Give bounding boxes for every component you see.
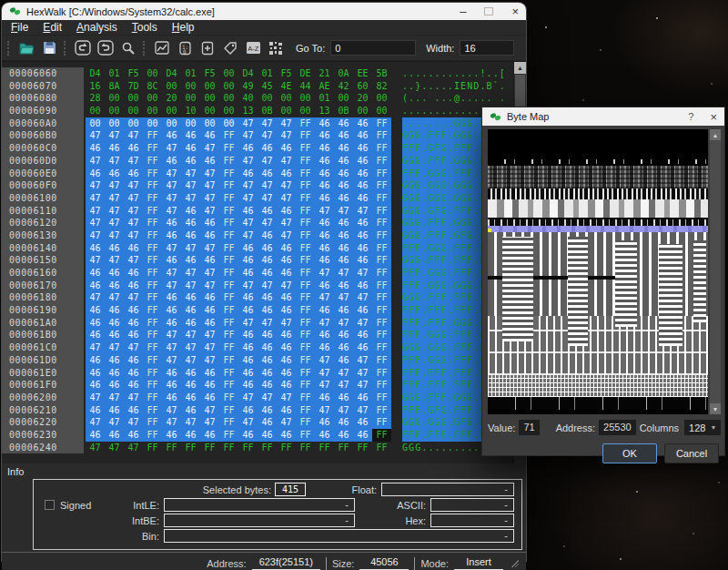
hex-row[interactable]: 000061C0474747FF474747FF464646FF464646FF… xyxy=(2,341,526,354)
dialog-close-button[interactable]: × xyxy=(710,110,717,124)
width-input[interactable] xyxy=(460,40,514,56)
bin-field: - xyxy=(164,529,514,543)
address-label: Address: xyxy=(556,422,595,433)
hex-row[interactable]: 000060A00000000000000000474747FF464646FF… xyxy=(2,117,526,130)
hex-row[interactable]: 0000608028000000200000004000000001002000… xyxy=(2,92,526,105)
info-panel: Info Selected bytes: 415 Float: - Signed… xyxy=(2,466,526,552)
hex-row[interactable]: 00006150474747FF464646FF464646FF464646FF… xyxy=(2,254,526,267)
goto-input[interactable] xyxy=(330,40,416,56)
hex-row[interactable]: 000060900000000000100000130B0000130B0000… xyxy=(2,105,526,117)
hex-row[interactable]: 00006120474747FF464646FF474747FF464646FF… xyxy=(2,217,526,229)
search-icon[interactable] xyxy=(118,39,138,57)
menu-file[interactable]: File xyxy=(4,20,35,35)
status-address-value: 623f(25151) xyxy=(252,556,320,570)
byte-map-pattern xyxy=(693,240,706,322)
ascii-label: ASCII: xyxy=(375,500,426,511)
ok-button[interactable]: OK xyxy=(602,443,657,463)
intbe-field: - xyxy=(164,514,355,527)
hex-row[interactable]: 00006230464646FF464646FF464646FF464646FF… xyxy=(2,429,526,442)
hex-row[interactable]: 000060E0464646FF474747FF464646FF464646FF… xyxy=(2,168,526,180)
resize-grip[interactable] xyxy=(511,559,519,567)
binary-view-icon[interactable]: 1:0 xyxy=(175,39,195,57)
open-file-icon[interactable] xyxy=(16,39,36,57)
redo-icon[interactable] xyxy=(96,39,116,57)
hex-row[interactable]: 00006200474747FF464646FF474747FF464646FF… xyxy=(2,392,526,404)
hex-row[interactable]: 000061D0464646FF474747FF464646FF474647FF… xyxy=(2,354,526,367)
hex-row[interactable]: 000060C0464646FF474647FF464646FF464646FF… xyxy=(2,142,526,155)
window-title: HexWalk [C:/Windows/System32/calc.exe] xyxy=(26,6,460,17)
hex-row[interactable]: 00006130474747FF464646FF474647FF464646FF… xyxy=(2,229,526,242)
byte-map-icon[interactable] xyxy=(266,39,286,57)
byte-map-pattern xyxy=(488,188,708,199)
status-separator xyxy=(414,557,415,570)
dialog-title-bar[interactable]: Byte Map ? × xyxy=(482,107,724,126)
status-size-value: 45056 xyxy=(359,556,409,570)
title-bar[interactable]: HexWalk [C:/Windows/System32/calc.exe] –… xyxy=(2,3,526,20)
goto-label: Go To: xyxy=(296,43,325,54)
byte-map-dialog: Byte Map ? × xyxy=(482,107,724,455)
hex-row[interactable]: 00006140464646FF474747FF464646FF464646FF… xyxy=(2,242,526,255)
byte-map-scrollbar[interactable]: ▲ ▼ xyxy=(710,129,721,414)
hexwalk-window: HexWalk [C:/Windows/System32/calc.exe] –… xyxy=(2,3,526,561)
hex-row[interactable]: 00006160464646FF474747FF464646FF474747FF… xyxy=(2,267,526,280)
undo-icon[interactable] xyxy=(73,39,93,57)
hex-row[interactable]: 00006210464646FF474647FF464646FF474747FF… xyxy=(2,404,526,417)
menu-tools[interactable]: Tools xyxy=(125,20,165,35)
dialog-help-button[interactable]: ? xyxy=(688,111,693,122)
value-label: Value: xyxy=(488,422,515,433)
byte-map-pattern xyxy=(488,166,708,188)
menu-analysis[interactable]: Analysis xyxy=(69,20,125,35)
strings-icon[interactable]: A-Z xyxy=(243,39,263,57)
ascii-field: - xyxy=(430,498,514,512)
intle-label: IntLE: xyxy=(123,500,159,511)
hex-row[interactable]: 000061B0464646FF474747FF464646FF464646FF… xyxy=(2,329,526,341)
hex-row[interactable]: 00006100474747FF474747FF474747FF464646FF… xyxy=(2,192,526,205)
float-label: Float: xyxy=(326,484,377,495)
hex-row[interactable]: 000061F0464646FF464646FF464646FF474747FF… xyxy=(2,379,526,392)
menu-edit[interactable]: Edit xyxy=(35,20,69,35)
status-mode-label: Mode: xyxy=(420,558,449,569)
hex-row[interactable]: 00006180474747FF464646FF464646FF474747FF… xyxy=(2,291,526,304)
tag-icon[interactable] xyxy=(220,39,240,57)
menu-help[interactable]: Help xyxy=(165,20,202,35)
hex-row[interactable]: 00006240474747FFFFFFFFFFFFFFFFFFFFFFFFFF… xyxy=(2,442,526,454)
status-mode-value: Insert xyxy=(454,556,503,570)
cancel-button[interactable]: Cancel xyxy=(664,443,719,463)
hex-field: - xyxy=(430,514,514,527)
columns-dropdown[interactable]: 128 ▼ xyxy=(684,420,721,435)
scroll-down-icon[interactable]: ▼ xyxy=(710,403,721,414)
chevron-down-icon: ▼ xyxy=(710,424,716,431)
toolbar-separator xyxy=(7,41,12,56)
toolbar-separator xyxy=(143,41,147,56)
chart-icon[interactable] xyxy=(152,39,172,57)
value-field: 71 xyxy=(519,420,539,435)
intbe-label: IntBE: xyxy=(123,515,159,526)
scroll-up-icon[interactable]: ▲ xyxy=(514,62,526,74)
svg-text:0: 0 xyxy=(183,47,187,54)
hex-row[interactable]: 000060D0474747FF464646FF474747FF464646FF… xyxy=(2,155,526,168)
scroll-up-icon[interactable]: ▲ xyxy=(710,129,721,140)
status-size-label: Size: xyxy=(332,558,354,569)
hex-row[interactable]: 00006220474747FF474747FF474647FF464646FF… xyxy=(2,416,526,429)
hex-row[interactable]: 00006110474747FF474647FF464646FF474747FF… xyxy=(2,205,526,218)
hex-row[interactable]: 000061E0464646FF464646FF464646FF474747FF… xyxy=(2,367,526,380)
close-button[interactable]: × xyxy=(511,7,519,16)
hex-row[interactable]: 00006190464646FF464646FF464646FF464646FF… xyxy=(2,304,526,317)
hex-row[interactable]: 000060F0474747FF474747FF474747FF464646FF… xyxy=(2,179,526,192)
hex-row[interactable]: 000060B0474747FF464646FF474747FF464646FF… xyxy=(2,129,526,142)
columns-label: Columns xyxy=(640,422,679,433)
save-icon[interactable] xyxy=(39,39,59,57)
signed-checkbox[interactable] xyxy=(45,500,55,510)
hex-row[interactable]: 00006170464646FF474747FF474747FF464646FF… xyxy=(2,280,526,292)
byte-map-pattern xyxy=(488,199,708,219)
toolbar: 1:0 A-Z Go To: Width: xyxy=(2,36,526,61)
byte-map-pattern xyxy=(502,237,533,341)
maximize-button[interactable] xyxy=(484,7,493,15)
hex-row[interactable]: 000061A0464646FF464646FF474747FF474747FF… xyxy=(2,317,526,330)
minimize-button[interactable]: – xyxy=(460,7,466,16)
patch-icon[interactable] xyxy=(197,39,217,57)
status-separator xyxy=(326,557,327,570)
hex-row[interactable]: 00006060D401F500D401F500D401F5DE210AEE5B… xyxy=(2,67,526,80)
hex-row[interactable]: 00006070168A7D8C0000000049454E44AE426082… xyxy=(2,80,526,93)
byte-map-canvas[interactable] xyxy=(488,129,708,414)
